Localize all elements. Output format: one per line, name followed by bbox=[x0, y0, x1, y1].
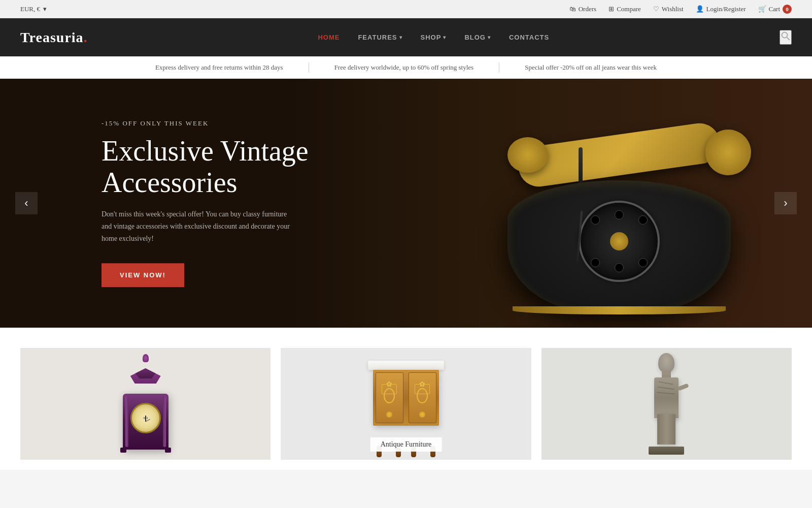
hero-slider: -15% OFF ONLY THIS WEEK Exclusive Vintag… bbox=[0, 79, 812, 328]
orders-link[interactable]: 🛍 Orders bbox=[569, 5, 596, 13]
nav-item-blog[interactable]: BLOG ▾ bbox=[464, 34, 491, 41]
chevron-down-icon: ▾ bbox=[488, 35, 491, 40]
wishlist-link[interactable]: ♡ Wishlist bbox=[653, 5, 684, 13]
nav-item-home[interactable]: HOME bbox=[318, 34, 340, 41]
hero-title: Exclusive Vintage Accessories bbox=[101, 136, 309, 198]
product-cards-section: XII bbox=[0, 328, 812, 470]
cart-badge: 0 bbox=[783, 5, 792, 14]
nav-item-shop[interactable]: SHOP ▾ bbox=[421, 34, 447, 41]
top-bar: EUR, € ▾ 🛍 Orders ⊞ Compare ♡ Wishlist 👤… bbox=[0, 0, 812, 18]
slider-prev-button[interactable]: ‹ bbox=[15, 192, 38, 214]
promo-bar: Express delivery and free returns within… bbox=[0, 56, 812, 79]
compare-icon: ⊞ bbox=[608, 5, 614, 13]
promo-item-3: Special offer -20% off on all jeans wear… bbox=[499, 64, 682, 72]
cart-icon: 🛒 bbox=[758, 5, 766, 13]
nav-item-features[interactable]: FEATURES ▾ bbox=[358, 34, 402, 41]
orders-icon: 🛍 bbox=[569, 5, 576, 13]
chevron-down-icon: ▾ bbox=[443, 35, 446, 40]
main-nav: HOME FEATURES ▾ SHOP ▾ BLOG ▾ CONTACTS bbox=[318, 34, 549, 41]
products-grid: XII bbox=[20, 348, 792, 460]
currency-selector[interactable]: EUR, € ▾ bbox=[20, 5, 47, 13]
product-card-furniture[interactable]: ✿ ✿ Antique bbox=[281, 348, 531, 460]
cart-link[interactable]: 🛒 Cart 0 bbox=[758, 5, 792, 14]
compare-link[interactable]: ⊞ Compare bbox=[608, 5, 641, 13]
product-card-label-furniture: Antique Furniture bbox=[370, 437, 442, 452]
heart-icon: ♡ bbox=[653, 5, 659, 13]
hero-content: -15% OFF ONLY THIS WEEK Exclusive Vintag… bbox=[101, 119, 309, 287]
nav-item-contacts[interactable]: CONTACTS bbox=[509, 34, 549, 41]
promo-item-1: Express delivery and free returns within… bbox=[130, 64, 309, 72]
product-card-statue[interactable] bbox=[542, 348, 792, 460]
hero-description: Don't miss this week's special offer! Yo… bbox=[101, 208, 294, 244]
svg-line-1 bbox=[787, 38, 790, 41]
currency-chevron-icon: ▾ bbox=[43, 5, 47, 13]
hero-telephone-image bbox=[426, 89, 782, 328]
promo-item-2: Free delivery worldwide, up to 60% off s… bbox=[309, 64, 499, 72]
hero-tag: -15% OFF ONLY THIS WEEK bbox=[101, 119, 309, 128]
top-bar-actions: 🛍 Orders ⊞ Compare ♡ Wishlist 👤 Login/Re… bbox=[569, 5, 792, 14]
chevron-down-icon: ▾ bbox=[399, 35, 402, 40]
user-icon: 👤 bbox=[696, 5, 704, 13]
login-link[interactable]: 👤 Login/Register bbox=[696, 5, 746, 13]
search-button[interactable] bbox=[780, 30, 792, 45]
slider-next-button[interactable]: › bbox=[774, 192, 797, 214]
hero-cta-button[interactable]: VIEW NOW! bbox=[101, 263, 184, 287]
currency-label: EUR, € bbox=[20, 5, 40, 13]
site-logo[interactable]: Treasuria. bbox=[20, 29, 88, 46]
site-header: Treasuria. HOME FEATURES ▾ SHOP ▾ BLOG ▾… bbox=[0, 18, 812, 56]
product-card-clock[interactable]: XII bbox=[20, 348, 270, 460]
svg-point-0 bbox=[782, 33, 788, 38]
